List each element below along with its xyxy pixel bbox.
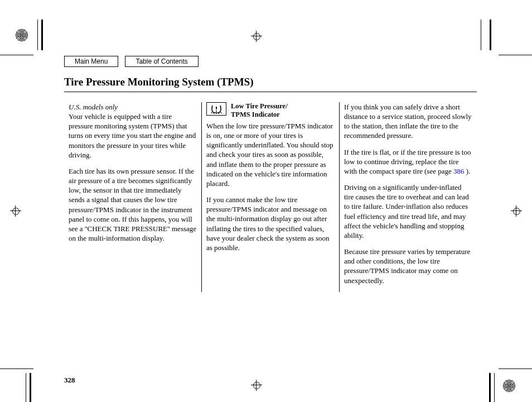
- crop-line: [0, 368, 33, 369]
- page-title: Tire Pressure Monitoring System (TPMS): [64, 76, 477, 88]
- crop-bar: [481, 20, 481, 50]
- body-text: Each tire has its own pressure sensor. I…: [69, 166, 197, 243]
- crop-line: [499, 55, 532, 55]
- body-text: Your vehicle is equipped with a tire pre…: [69, 112, 197, 160]
- tpms-icon: [206, 102, 226, 116]
- body-text: If you think you can safely drive a shor…: [344, 102, 472, 141]
- column-layout: U.S. models only Your vehicle is equippe…: [64, 102, 477, 292]
- crop-bar: [37, 20, 38, 50]
- model-note: U.S. models only: [69, 103, 118, 111]
- registration-cross-icon: [511, 205, 522, 217]
- svg-line-3: [219, 113, 219, 114]
- indicator-subheading: Low Tire Pressure/ TPMS Indicator: [231, 102, 288, 119]
- body-text: Because tire pressure varies by temperat…: [344, 247, 472, 285]
- registration-cross-icon: [251, 31, 262, 42]
- body-text: If you cannot make the low tire pressure…: [206, 195, 335, 252]
- subheading-line1: Low Tire Pressure/: [231, 102, 288, 110]
- column-2: Low Tire Pressure/ TPMS Indicator When t…: [201, 102, 339, 292]
- crop-bar: [490, 20, 491, 50]
- svg-line-0: [211, 112, 212, 113]
- column-3: If you think you can safely drive a shor…: [339, 102, 477, 292]
- body-text: Driving on a significantly under-inflate…: [344, 183, 472, 240]
- body-text-part: If the tire is flat, or if the tire pres…: [344, 148, 471, 175]
- page-content: Main Menu Table of Contents Tire Pressur…: [64, 56, 477, 385]
- svg-line-1: [214, 113, 215, 114]
- crop-line: [499, 368, 532, 369]
- body-text: If the tire is flat, or if the tire pres…: [344, 147, 472, 176]
- page-number: 328: [64, 376, 477, 385]
- body-text: When the low tire pressure/TPMS indicato…: [206, 121, 335, 188]
- nav-bar: Main Menu Table of Contents: [64, 56, 477, 67]
- svg-line-4: [221, 112, 221, 113]
- body-text-part: ).: [465, 167, 471, 175]
- crop-bar: [494, 373, 495, 402]
- crop-line: [0, 55, 33, 55]
- column-1: U.S. models only Your vehicle is equippe…: [64, 102, 201, 292]
- svg-point-6: [216, 111, 217, 112]
- page-link-386[interactable]: 386: [453, 167, 465, 175]
- crop-bar: [489, 373, 491, 402]
- print-sheet: Main Menu Table of Contents Tire Pressur…: [0, 0, 532, 402]
- registration-rosette-icon: [16, 29, 28, 41]
- registration-cross-icon: [10, 205, 21, 217]
- crop-bar: [30, 373, 31, 402]
- title-rule: [64, 92, 477, 92]
- subheading-line2: TPMS Indicator: [231, 111, 280, 118]
- main-menu-button[interactable]: Main Menu: [64, 56, 118, 67]
- toc-button[interactable]: Table of Contents: [125, 56, 198, 67]
- registration-rosette-icon: [503, 380, 515, 392]
- crop-bar: [26, 373, 26, 402]
- crop-bar: [41, 20, 43, 50]
- indicator-heading: Low Tire Pressure/ TPMS Indicator: [206, 102, 335, 119]
